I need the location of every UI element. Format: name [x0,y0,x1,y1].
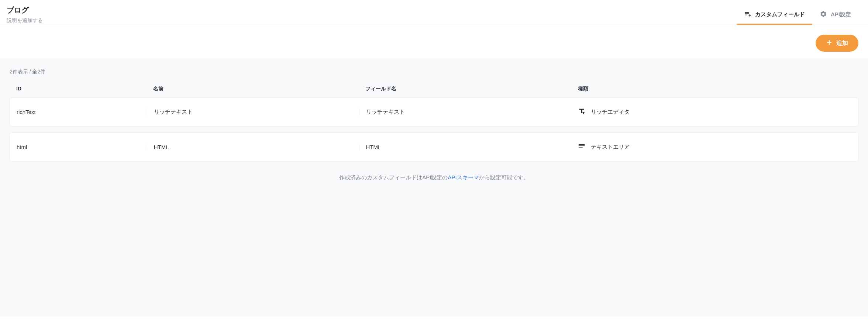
api-schema-link[interactable]: APIスキーマ [448,174,479,180]
playlist-add-icon [744,10,751,19]
footer-suffix: から設定可能です。 [479,174,529,180]
gear-icon [820,10,827,19]
cell-field: リッチテキスト [359,108,578,115]
plus-icon [826,39,833,47]
add-button[interactable]: 追加 [816,35,858,52]
col-id: ID [16,86,153,92]
table-row[interactable]: richText リッチテキスト リッチテキスト リッチエディタ [10,97,858,127]
cell-id: html [17,144,154,150]
content-area: 2件表示 / 全2件 ID 名前 フィールド名 種類 richText リッチテ… [0,58,868,317]
cell-name: HTML [147,144,366,150]
tab-custom-field-label: カスタムフィールド [755,11,805,18]
cell-name: リッチテキスト [147,108,366,115]
page-header: ブログ 説明を追加する カスタムフィールド API設定 [0,0,868,25]
page-subtitle[interactable]: 説明を追加する [7,17,43,24]
col-name: 名前 [153,86,365,92]
col-field: フィールド名 [365,86,578,92]
col-type: 種類 [578,86,852,92]
footer-prefix: 作成済みのカスタムフィールドはAPI設定の [339,174,448,180]
list-count: 2件表示 / 全2件 [10,69,858,75]
add-button-label: 追加 [836,39,848,47]
action-bar: 追加 [0,25,868,58]
cell-field: HTML [359,144,578,150]
tab-custom-field[interactable]: カスタムフィールド [737,5,812,25]
page-title: ブログ [7,5,43,15]
header-left: ブログ 説明を追加する [7,5,43,24]
tab-api-settings[interactable]: API設定 [812,5,858,25]
cell-type-label: テキストエリア [591,144,630,151]
cell-type-label: リッチエディタ [591,108,630,115]
notes-icon [578,142,586,152]
table-header: ID 名前 フィールド名 種類 [10,86,858,97]
cell-id: richText [17,109,154,115]
table-row[interactable]: html HTML HTML テキストエリア [10,132,858,162]
header-tabs: カスタムフィールド API設定 [737,5,858,25]
cell-type: テキストエリア [571,142,851,152]
footer-note: 作成済みのカスタムフィールドはAPI設定のAPIスキーマから設定可能です。 [10,174,858,181]
cell-type: リッチエディタ [571,107,851,117]
text-format-icon [578,107,586,117]
tab-api-settings-label: API設定 [831,11,851,18]
